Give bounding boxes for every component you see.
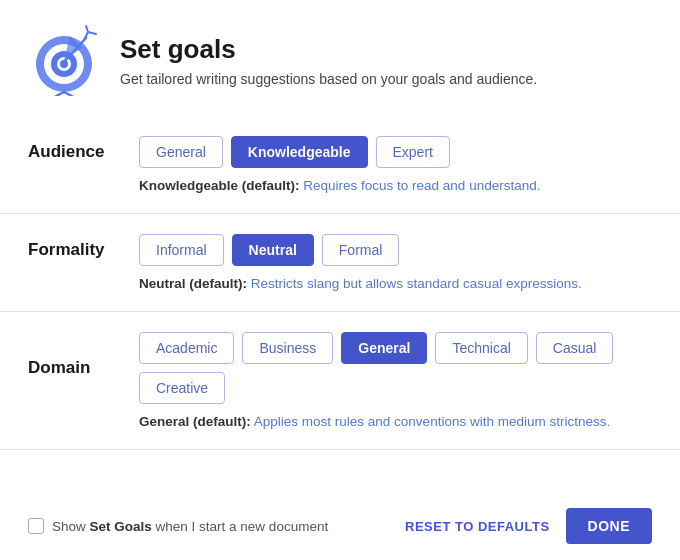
audience-desc-text: Requires focus to read and understand. (303, 178, 540, 193)
footer-buttons: RESET TO DEFAULTS DONE (401, 508, 652, 544)
page-title: Set goals (120, 34, 537, 65)
show-set-goals-checkbox[interactable] (28, 518, 44, 534)
page-subtitle: Get tailored writing suggestions based o… (120, 71, 537, 87)
audience-description: Knowledgeable (default): Requires focus … (139, 178, 652, 193)
formality-desc-text: Restricts slang but allows standard casu… (251, 276, 582, 291)
done-button[interactable]: DONE (566, 508, 652, 544)
header: Set goals Get tailored writing suggestio… (0, 0, 680, 116)
domain-option-academic[interactable]: Academic (139, 332, 234, 364)
target-icon (28, 24, 100, 96)
audience-section: Audience General Knowledgeable Expert Kn… (0, 116, 680, 214)
domain-option-creative[interactable]: Creative (139, 372, 225, 404)
set-goals-modal: Set goals Get tailored writing suggestio… (0, 0, 680, 560)
formality-options: Informal Neutral Formal (139, 234, 399, 266)
audience-row: Audience General Knowledgeable Expert (28, 136, 652, 168)
audience-desc-label: Knowledgeable (default): (139, 178, 300, 193)
svg-line-10 (56, 92, 64, 96)
domain-section: Domain Academic Business General Technic… (0, 312, 680, 450)
domain-option-technical[interactable]: Technical (435, 332, 527, 364)
domain-description: General (default): Applies most rules an… (139, 414, 652, 429)
reset-button[interactable]: RESET TO DEFAULTS (401, 511, 554, 542)
domain-options: Academic Business General Technical Casu… (139, 332, 652, 404)
audience-option-expert[interactable]: Expert (376, 136, 450, 168)
svg-line-8 (88, 32, 96, 34)
formality-section: Formality Informal Neutral Formal Neutra… (0, 214, 680, 312)
domain-row: Domain Academic Business General Technic… (28, 332, 652, 404)
footer: Show Set Goals when I start a new docume… (0, 492, 680, 560)
checkbox-label-pre: Show (52, 519, 90, 534)
formality-desc-label: Neutral (default): (139, 276, 247, 291)
audience-label: Audience (28, 142, 123, 162)
checkbox-area: Show Set Goals when I start a new docume… (28, 518, 328, 534)
checkbox-label: Show Set Goals when I start a new docume… (52, 519, 328, 534)
svg-line-11 (64, 92, 72, 96)
audience-options: General Knowledgeable Expert (139, 136, 450, 168)
checkbox-label-bold: Set Goals (90, 519, 152, 534)
audience-option-general[interactable]: General (139, 136, 223, 168)
formality-description: Neutral (default): Restricts slang but a… (139, 276, 652, 291)
domain-label: Domain (28, 358, 123, 378)
formality-option-neutral[interactable]: Neutral (232, 234, 314, 266)
domain-option-casual[interactable]: Casual (536, 332, 614, 364)
formality-row: Formality Informal Neutral Formal (28, 234, 652, 266)
formality-option-formal[interactable]: Formal (322, 234, 400, 266)
formality-label: Formality (28, 240, 123, 260)
audience-option-knowledgeable[interactable]: Knowledgeable (231, 136, 368, 168)
domain-option-business[interactable]: Business (242, 332, 333, 364)
domain-option-general[interactable]: General (341, 332, 427, 364)
domain-desc-text: Applies most rules and conventions with … (254, 414, 610, 429)
header-text: Set goals Get tailored writing suggestio… (120, 34, 537, 87)
domain-desc-label: General (default): (139, 414, 251, 429)
checkbox-label-post: when I start a new document (152, 519, 328, 534)
formality-option-informal[interactable]: Informal (139, 234, 224, 266)
svg-line-9 (86, 26, 88, 32)
